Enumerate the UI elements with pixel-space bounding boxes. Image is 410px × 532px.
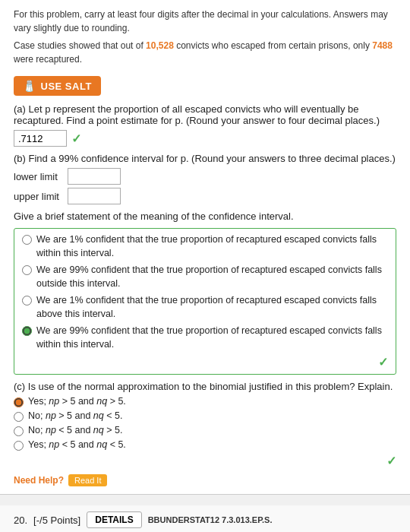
confidence-option-1-text: We are 1% confident that the true propor… [36, 233, 388, 260]
note2-text: Case studies showed that out of 10,528 c… [14, 39, 396, 66]
problem20-header: 20. [-/5 Points] DETAILS BBUNDERSTAT12 7… [0, 505, 410, 532]
part-c-radio-1[interactable] [14, 397, 24, 407]
part-c-block: (c) Is use of the normal approximation t… [14, 381, 396, 468]
confidence-option-4: We are 99% confident that the true propo… [22, 325, 388, 351]
part-c-radio-2[interactable] [14, 412, 24, 422]
part-a-input-row: ✓ [14, 130, 396, 147]
confidence-options-box: We are 1% confident that the true propor… [14, 228, 396, 375]
confidence-option-3: We are 1% confident that the true propor… [22, 294, 388, 321]
part-c-radio-3[interactable] [14, 426, 24, 436]
part-a-input[interactable] [14, 130, 67, 147]
confidence-radio-4[interactable] [22, 326, 32, 336]
upper-limit-input[interactable] [68, 188, 121, 204]
part-a-block: (a) Let p represent the proportion of al… [14, 103, 396, 147]
details-button[interactable]: DETAILS [87, 511, 141, 528]
problem-number: 20. [14, 515, 27, 526]
confidence-checkmark: ✓ [378, 356, 388, 369]
part-c-option-2: No; np > 5 and nq < 5. [14, 410, 396, 422]
section1: For this problem, carry at least four di… [0, 0, 410, 495]
salt-icon: 🧂 [23, 80, 36, 92]
points-label: [-/5 Points] [33, 515, 80, 526]
confidence-statement-label: Give a brief statement of the meaning of… [14, 211, 396, 222]
confidence-radio-2[interactable] [22, 265, 32, 275]
part-a-label: (a) Let p represent the proportion of al… [14, 103, 396, 126]
part-c-option-1-text: Yes; np > 5 and nq > 5. [28, 396, 126, 407]
part-c-radio-4[interactable] [14, 441, 24, 451]
section-divider [0, 495, 410, 505]
part-c-option-3-text: No; np < 5 and nq > 5. [28, 425, 122, 435]
confidence-option-2: We are 99% confident that the true propo… [22, 264, 388, 290]
part-a-checkmark: ✓ [71, 131, 81, 146]
confidence-option-2-text: We are 99% confident that the true propo… [36, 264, 388, 290]
upper-limit-row: upper limit [14, 188, 396, 204]
part-c-label: (c) Is use of the normal approximation t… [14, 381, 396, 392]
confidence-option-3-text: We are 1% confident that the true propor… [36, 294, 388, 321]
part-c-checkmark: ✓ [386, 454, 396, 467]
upper-limit-label: upper limit [14, 191, 63, 202]
confidence-option-4-text: We are 99% confident that the true propo… [36, 325, 388, 351]
problem-code: BBUNDERSTAT12 7.3.013.EP.S. [148, 515, 273, 524]
part-c-option-4: Yes; np < 5 and nq < 5. [14, 439, 396, 451]
part-b-label: (b) Find a 99% confidence interval for p… [14, 153, 396, 164]
note1-text: For this problem, carry at least four di… [14, 8, 396, 35]
lower-limit-input[interactable] [68, 168, 121, 185]
part-b-block: (b) Find a 99% confidence interval for p… [14, 153, 396, 204]
read-it-button[interactable]: Read It [68, 474, 107, 486]
confidence-option-1: We are 1% confident that the true propor… [22, 233, 388, 260]
need-help-section: Need Help? Read It [14, 474, 396, 486]
need-help-label: Need Help? [14, 475, 64, 486]
lower-limit-row: lower limit [14, 168, 396, 185]
lower-limit-label: lower limit [14, 171, 63, 182]
confidence-radio-3[interactable] [22, 296, 32, 306]
part-c-option-2-text: No; np > 5 and nq < 5. [28, 410, 122, 421]
part-c-option-1: Yes; np > 5 and nq > 5. [14, 396, 396, 407]
use-salt-button[interactable]: 🧂 USE SaLt [14, 76, 101, 96]
part-c-option-3: No; np < 5 and nq > 5. [14, 425, 396, 436]
part-c-option-4-text: Yes; np < 5 and nq < 5. [28, 439, 126, 450]
confidence-radio-1[interactable] [22, 235, 32, 245]
